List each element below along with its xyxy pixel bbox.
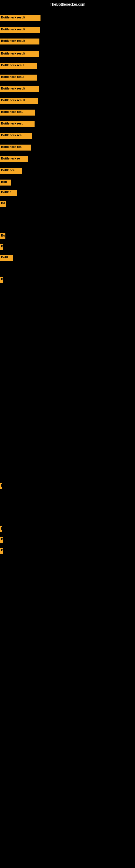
bottleneck-result-label: Bottleneck result xyxy=(0,98,38,104)
bottleneck-result-label: | xyxy=(0,526,2,532)
site-title: TheBottlenecker.com xyxy=(50,2,85,6)
bottleneck-result-label: Bottleneck res xyxy=(0,145,31,151)
bottleneck-result-label: B xyxy=(0,548,3,554)
bottleneck-result-label: Bottleneck res xyxy=(0,133,32,139)
bottleneck-result-label: B xyxy=(0,277,3,283)
bottleneck-result-label: Bottleneck result xyxy=(0,38,39,44)
bottleneck-result-label: Bottleneck result xyxy=(0,15,41,21)
bottleneck-result-label: B xyxy=(0,537,3,543)
bottleneck-result-label: Bottl xyxy=(0,255,13,261)
bottleneck-result-label: Bottleneck resul xyxy=(0,74,37,81)
bottleneck-result-label: Bottlen xyxy=(0,190,17,196)
bottleneck-result-label: Bottleneck resu xyxy=(0,121,35,127)
bottleneck-result-label: Bottlenec xyxy=(0,168,22,174)
bottleneck-result-label: Bottleneck resu xyxy=(0,110,35,116)
bottleneck-result-label: Bo xyxy=(0,233,5,239)
bottleneck-result-label: Bott xyxy=(0,180,11,186)
bottleneck-result-label: Bottleneck re xyxy=(0,156,28,162)
bottleneck-result-label: Bottleneck resul xyxy=(0,63,37,69)
bottleneck-result-label: Bottleneck result xyxy=(0,86,39,92)
bottleneck-result-label: Bo xyxy=(0,201,6,207)
bottleneck-result-label: | xyxy=(0,483,2,489)
bottleneck-result-label: Bottleneck result xyxy=(0,27,40,33)
bottleneck-result-label: Bottleneck result xyxy=(0,51,39,57)
bottleneck-result-label: B xyxy=(0,244,3,250)
